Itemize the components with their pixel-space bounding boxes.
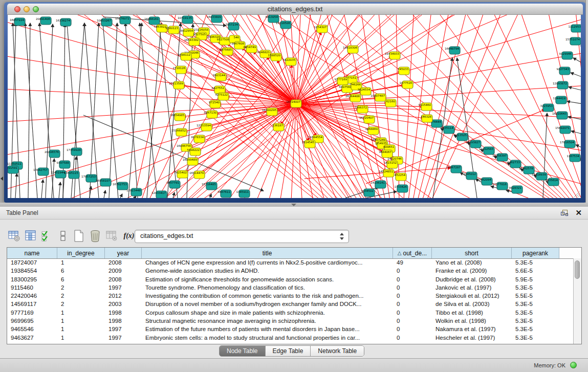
node-label: 8427552	[212, 86, 225, 90]
tab-node-table[interactable]: Node Table	[220, 346, 266, 356]
node-label: 8454749	[244, 46, 256, 49]
node-label: 9434502	[361, 189, 374, 192]
node-label: 972540	[209, 101, 220, 104]
cell: Investigating the contribution of common…	[142, 292, 393, 300]
row-height-button[interactable]	[56, 229, 71, 243]
cell: Tibbo et al. (1998)	[432, 309, 512, 317]
node-label: 18300295	[262, 108, 276, 112]
node-label: 8878334	[191, 136, 204, 139]
tab-network-table[interactable]: Network Table	[311, 346, 364, 356]
node-label: 8475685	[220, 48, 232, 51]
cell: 6	[57, 275, 105, 283]
table-row[interactable]: 1830029562008Estimation of significance …	[7, 275, 574, 283]
node-label: 14524851	[379, 170, 393, 173]
network-graph[interactable]: 1605722420891406163382741065326715276072…	[8, 15, 581, 198]
cell: 2012	[105, 292, 142, 300]
column-header-short[interactable]: short	[432, 248, 512, 258]
column-header-in_degree[interactable]: in_degree	[57, 248, 105, 258]
column-header-title[interactable]: title	[142, 248, 393, 258]
tab-edge-table[interactable]: Edge Table	[266, 346, 311, 356]
cell: Genome-wide association studies in ADHD.	[142, 267, 393, 275]
cell: Changes of HCN gene expression and I(f) …	[142, 258, 393, 267]
node-label: 16462578	[519, 167, 533, 170]
node-label: 16958107	[96, 179, 110, 182]
node-label: 7625402	[175, 171, 187, 174]
node-label: 16654985	[170, 114, 184, 117]
node-label: 11012583	[479, 147, 493, 150]
node-label: 16099489	[183, 158, 197, 161]
node-label: 16466161	[144, 17, 159, 20]
node-label: 9777169	[335, 78, 347, 81]
table-row[interactable]: 946554611997Estimation of the future num…	[7, 325, 574, 333]
node-label: 7857234	[226, 23, 238, 26]
cell: 5.3E-5	[512, 258, 559, 267]
resize-grip[interactable]	[573, 190, 580, 198]
splitter-handle-icon[interactable]	[291, 204, 296, 206]
node-label: 11350511	[8, 162, 21, 165]
cell: Structural magnetic resonance image aver…	[142, 317, 393, 325]
table-row[interactable]: 1938455462009Genome-wide association stu…	[7, 267, 574, 275]
node-label: 1167534	[567, 155, 580, 158]
cell: de Silva et al. (2003)	[432, 300, 512, 308]
node-table: namein_degreeyeartitle△out_de...shortpag…	[7, 247, 582, 344]
cell: 5.3E-5	[512, 325, 559, 333]
network-canvas[interactable]: 1605722420891406163382741065326715276072…	[8, 15, 581, 198]
cell: Hescheler et al. (1997)	[432, 334, 512, 342]
float-panel-icon[interactable]	[561, 210, 568, 216]
create-column-button[interactable]	[72, 229, 86, 243]
close-panel-icon[interactable]: ✕	[575, 208, 582, 217]
cell: 0	[393, 292, 432, 300]
table-row[interactable]: 1872400712008Changes of HCN gene express…	[7, 258, 574, 267]
node-label: 19734933	[385, 52, 399, 55]
node-label: 10807487	[371, 94, 385, 97]
split-divider[interactable]	[0, 203, 588, 207]
window-title: citations_edges.txt	[7, 5, 583, 13]
table-row[interactable]: 2242004622012Investigating the contribut…	[7, 292, 574, 300]
node-label: 9391591	[8, 166, 17, 169]
window-titlebar[interactable]: citations_edges.txt	[7, 4, 583, 15]
show-columns-button[interactable]	[24, 229, 38, 243]
node-label: 15166852	[171, 129, 186, 132]
table-row[interactable]: 946362711997Embryonic stem cells: a mode…	[7, 334, 574, 342]
function-builder-button[interactable]: f(x)	[122, 229, 136, 243]
node-label: 3215953	[540, 104, 553, 107]
node-label: 1877516	[400, 81, 412, 84]
node-label: 19618306	[343, 46, 357, 49]
cell: Corpus callosum shape and size in male p…	[142, 309, 393, 317]
table-row[interactable]: 969969511998Structural magnetic resonanc…	[7, 317, 574, 325]
column-header-name[interactable]: name	[7, 248, 57, 258]
memory-ok-icon[interactable]	[570, 362, 577, 368]
cell: 19384554	[7, 267, 57, 275]
cell: 9465546	[7, 325, 57, 333]
node-label: 16914479	[189, 171, 204, 174]
header-filler	[559, 248, 581, 258]
table-select-combo[interactable]: citations_edges.txt	[135, 230, 349, 243]
node-label: 13942757	[33, 168, 48, 171]
node-label: 8912954	[181, 29, 193, 32]
delete-column-button[interactable]	[88, 229, 102, 243]
status-bar: Memory: OK	[0, 358, 588, 372]
cell: 18724007	[7, 258, 57, 267]
cell: 2	[57, 300, 105, 308]
table-disabled-icon	[104, 229, 119, 243]
table-header-row: namein_degreeyeartitle△out_de...shortpag…	[7, 248, 581, 259]
table-row[interactable]: 1456911722003Disruption of a novel membe…	[7, 300, 574, 308]
table-mode-button[interactable]	[7, 229, 21, 243]
table-tabs: Node TableEdge TableNetwork Table	[219, 345, 364, 357]
select-columns-button[interactable]	[40, 229, 54, 243]
node-label: 452254	[395, 173, 405, 177]
column-header-pagerank[interactable]: pagerank	[512, 248, 559, 258]
table-row[interactable]: 911546021997Tourette syndrome. Phenomeno…	[7, 283, 574, 292]
node-label: 9435614	[546, 179, 558, 182]
checklist-icon	[40, 229, 54, 243]
node-label: 11418939	[532, 173, 546, 176]
collapse-panel-arrow-icon[interactable]	[1, 177, 3, 181]
delete-table-button[interactable]	[104, 229, 119, 243]
column-header-year[interactable]: year	[105, 248, 142, 258]
node-label: 12093872	[553, 82, 567, 85]
table-row[interactable]: 977716911998Corpus callosum shape and si…	[7, 309, 574, 317]
scrollbar-thumb[interactable]	[575, 260, 580, 279]
column-header-out_de[interactable]: △out_de...	[393, 248, 432, 258]
cell: 5.9E-5	[512, 275, 559, 283]
table-scrollbar[interactable]	[573, 258, 581, 344]
